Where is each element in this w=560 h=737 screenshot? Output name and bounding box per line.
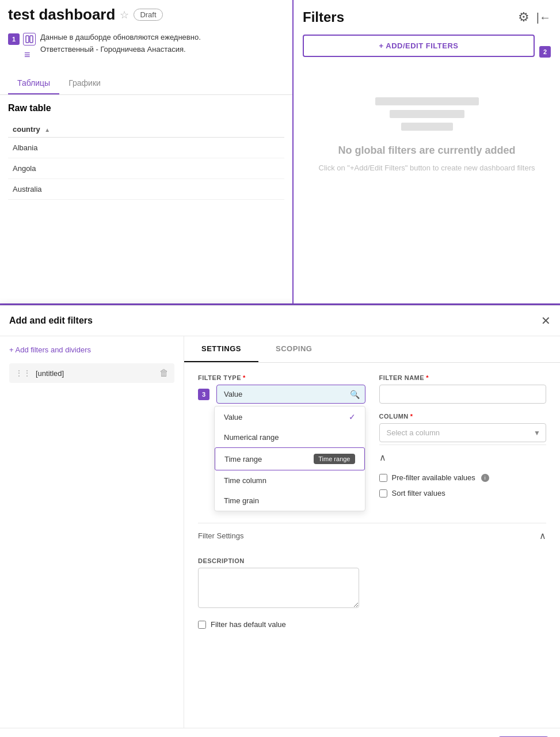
back-icon[interactable]: |←	[536, 11, 551, 24]
search-icon: 🔍	[350, 390, 360, 399]
filter-settings-collapse-icon[interactable]: ∧	[539, 530, 546, 541]
modal-content: SETTINGS SCOPING FILTER TYPE *	[184, 336, 560, 728]
dropdown-item-time-range[interactable]: Time range Time range	[215, 447, 365, 470]
section-divider: ∧	[379, 445, 547, 470]
modal-tab-content: FILTER TYPE * 3 🔍	[184, 363, 560, 644]
panel-icon[interactable]	[23, 33, 36, 45]
filter-item: ⋮⋮ 🗑	[9, 363, 174, 383]
tab-charts[interactable]: Графики	[59, 73, 110, 94]
empty-title: No global filters are currently added	[338, 145, 515, 157]
modal-header: Add and edit filters ✕	[0, 306, 560, 336]
required-star-name: *	[426, 374, 429, 381]
draft-badge: Draft	[134, 9, 162, 21]
table-row: Angola	[8, 158, 284, 179]
filter-name-field[interactable]	[379, 385, 547, 404]
collapse-icon[interactable]: ∧	[379, 452, 386, 463]
page-title: test dashboard	[8, 6, 115, 24]
empty-bar-1	[375, 97, 479, 105]
filter-name-input[interactable]	[36, 369, 155, 378]
default-value-row: Filter has default value	[198, 617, 546, 632]
close-modal-button[interactable]: ✕	[541, 314, 551, 328]
info-line2: Ответственный - Городничева Анастасия.	[40, 44, 201, 56]
description-textarea[interactable]	[198, 568, 359, 608]
tab-tables[interactable]: Таблицы	[8, 73, 59, 94]
empty-bar-2	[390, 110, 464, 118]
pre-filter-row: Pre-filter available values i	[379, 470, 547, 485]
delete-filter-icon[interactable]: 🗑	[159, 368, 169, 378]
column-header-country[interactable]: country ▲	[8, 121, 284, 138]
sort-filter-checkbox[interactable]	[379, 489, 387, 497]
pre-filter-label: Pre-filter available values	[392, 473, 475, 482]
tab-scoping[interactable]: SCOPING	[258, 336, 329, 362]
main-tabs: Таблицы Графики	[0, 73, 292, 95]
modal-body: + Add filters and dividers ⋮⋮ 🗑 SETTINGS…	[0, 336, 560, 728]
filter-type-input[interactable]	[216, 385, 365, 404]
column-label: COLUMN *	[379, 413, 547, 420]
sort-filter-row: Sort filter values	[379, 485, 547, 501]
filter-type-group: FILTER TYPE * 3 🔍	[198, 374, 365, 511]
modal-overlay: Add and edit filters ✕ + Add filters and…	[0, 305, 560, 737]
tab-settings[interactable]: SETTINGS	[184, 336, 258, 362]
empty-bars-decoration	[375, 97, 479, 131]
pre-filter-checkbox[interactable]	[379, 474, 387, 482]
required-star-col: *	[410, 413, 413, 420]
filter-settings-label: Filter Settings	[198, 531, 243, 540]
modal-tabs: SETTINGS SCOPING	[184, 336, 560, 363]
filter-settings-divider: Filter Settings ∧	[198, 523, 546, 548]
filters-icons: ⚙ |←	[518, 10, 551, 25]
modal-title: Add and edit filters	[9, 316, 93, 326]
step2-badge: 2	[539, 46, 551, 58]
filter-type-input-wrapper: 3 🔍 Value ✓	[198, 385, 365, 511]
filter-settings-section: DESCRIPTION Filter has default value	[198, 557, 546, 632]
form-row-type-name: FILTER TYPE * 3 🔍	[198, 374, 546, 511]
dropdown-item-time-column[interactable]: Time column	[215, 470, 365, 491]
info-bar: 1 ≡ Данные в дашборде обновляются ежедне…	[0, 29, 292, 67]
svg-rect-1	[30, 36, 33, 43]
add-filters-link[interactable]: + Add filters and dividers	[9, 345, 174, 354]
filters-header: Filters ⚙ |←	[303, 9, 551, 25]
table-section: Raw table country ▲ Albania Angol	[0, 95, 292, 208]
time-range-tooltip: Time range	[314, 454, 355, 464]
modal-footer: ⤢ CANCEL SAVE	[0, 728, 560, 737]
filter-name-label: FILTER NAME *	[379, 374, 547, 381]
empty-desc: Click on "+Add/Edit Filters" button to c…	[319, 162, 535, 174]
raw-table: country ▲ Albania Angola Australia	[8, 121, 284, 200]
check-icon: ✓	[349, 412, 356, 421]
info-icon: i	[481, 474, 489, 482]
add-edit-filters-button[interactable]: + ADD/EDIT FILTERS	[303, 35, 535, 57]
star-icon[interactable]: ☆	[120, 9, 129, 21]
dashboard-header: test dashboard ☆ Draft	[0, 0, 292, 29]
table-row: Albania	[8, 138, 284, 158]
modal-sidebar: + Add filters and dividers ⋮⋮ 🗑	[0, 336, 184, 728]
column-select[interactable]: Select a column	[379, 423, 547, 442]
filter-icon-btn[interactable]: ≡	[8, 49, 36, 61]
sort-icon[interactable]: ▲	[44, 127, 50, 133]
filter-type-dropdown: Value ✓ Numerical range Time range Time …	[214, 406, 365, 511]
chevron-down-icon: ▼	[534, 429, 540, 437]
empty-state: No global filters are currently added Cl…	[303, 80, 551, 185]
step1-badge: 1	[8, 33, 20, 45]
filters-title: Filters	[303, 9, 344, 25]
svg-rect-0	[26, 36, 29, 43]
column-select-wrapper: Select a column ▼	[379, 423, 547, 442]
drag-handle-icon[interactable]: ⋮⋮	[15, 368, 31, 378]
filters-panel: Filters ⚙ |← + ADD/EDIT FILTERS 2 No glo…	[294, 0, 560, 303]
step3-badge: 3	[198, 389, 209, 400]
filter-type-label: FILTER TYPE *	[198, 374, 365, 381]
sort-filter-label: Sort filter values	[392, 489, 445, 497]
table-title: Raw table	[8, 103, 284, 113]
filter-name-group: FILTER NAME * COLUMN * Select a co	[379, 374, 547, 511]
default-value-checkbox[interactable]	[198, 621, 206, 629]
default-value-label: Filter has default value	[211, 620, 286, 629]
dropdown-item-numerical[interactable]: Numerical range	[215, 427, 365, 447]
dropdown-item-time-grain[interactable]: Time grain	[215, 491, 365, 511]
required-star: *	[243, 374, 246, 381]
info-line1: Данные в дашборде обновляются ежедневно.	[40, 32, 201, 44]
dropdown-item-value[interactable]: Value ✓	[215, 407, 365, 427]
table-row: Australia	[8, 179, 284, 200]
description-label: DESCRIPTION	[198, 557, 546, 564]
gear-icon[interactable]: ⚙	[518, 10, 529, 25]
empty-bar-3	[401, 123, 453, 131]
